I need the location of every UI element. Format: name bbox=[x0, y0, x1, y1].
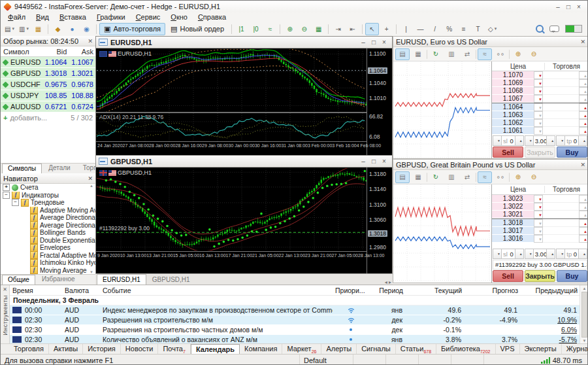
sl-down-button[interactable]: ▼ bbox=[493, 135, 502, 146]
calendar-row[interactable]: 00:00 AUD Индекс менеджеров по закупкам … bbox=[10, 305, 580, 315]
trade-cell[interactable] bbox=[543, 103, 579, 111]
col-bid[interactable]: Bid bbox=[42, 48, 69, 56]
text-tool-button[interactable]: T bbox=[471, 23, 485, 35]
col-priority[interactable]: Приори... bbox=[333, 287, 369, 294]
buy-button[interactable]: Buy bbox=[557, 147, 587, 158]
sl-field[interactable]: sl0 bbox=[502, 135, 515, 146]
tp-field[interactable]: tp0 bbox=[565, 135, 578, 146]
price-axis[interactable]: 1.11001.10401.101066.826.08 1.1064 bbox=[367, 48, 392, 156]
close-button[interactable]: × bbox=[379, 39, 389, 46]
sell-button[interactable]: Sell bbox=[493, 147, 523, 158]
transfer-button[interactable]: ⇄ bbox=[460, 171, 474, 183]
col-previous[interactable]: Предыдущий bbox=[521, 287, 580, 294]
bars-view-button[interactable]: |1 bbox=[235, 23, 248, 35]
navigator-item[interactable]: Fractal Adaptive Mo bbox=[1, 252, 95, 260]
separator[interactable] bbox=[476, 173, 476, 182]
buy-at-price-button[interactable]: ▲ bbox=[579, 219, 588, 227]
chart-tab[interactable]: EURUSD,H1 bbox=[97, 274, 146, 285]
sell-at-price-button[interactable]: ▼ bbox=[534, 111, 543, 119]
sell-at-price-button[interactable]: ▼ bbox=[534, 119, 543, 127]
toolbox-tab[interactable]: Новости bbox=[121, 344, 159, 354]
maximize-button[interactable]: □ bbox=[563, 3, 574, 10]
autotrade-button[interactable]: ▣Авто-торговля bbox=[99, 23, 165, 35]
market-watch-row[interactable]: USDCHF 0.9675 0.9678 bbox=[1, 79, 95, 90]
eurusd-price-plot[interactable] bbox=[97, 49, 367, 112]
separator[interactable] bbox=[48, 24, 48, 34]
toolbox-tab[interactable]: Календарь bbox=[191, 344, 240, 355]
sell-at-price-button[interactable]: ▼ bbox=[534, 87, 543, 95]
chart-area[interactable]: GBPUSD,H1 #11392292 buy 3.00 1.31801.314… bbox=[96, 167, 392, 273]
toolbox-tab[interactable]: Журнал bbox=[562, 344, 588, 354]
tree-expander-icon[interactable] bbox=[3, 192, 10, 199]
connection-status[interactable]: 48.70 ms bbox=[541, 356, 588, 364]
buy-at-price-button[interactable]: ▲ bbox=[579, 235, 588, 243]
tick-chart-mode-button[interactable]: ▤ bbox=[395, 48, 410, 60]
chart-area[interactable]: EURUSD,H1 ADX(14) 20.21 11.38 9.76 1.110… bbox=[96, 48, 392, 156]
tp-down-button[interactable]: ▼ bbox=[556, 135, 565, 146]
close-button[interactable]: × bbox=[574, 3, 584, 10]
navigator-item[interactable]: Moving Average bbox=[1, 267, 95, 275]
navigator-tab[interactable]: Избранное bbox=[36, 274, 81, 285]
menu-item[interactable]: Графики bbox=[91, 13, 131, 21]
trendline-button[interactable]: / bbox=[428, 23, 442, 35]
buy-at-price-button[interactable]: ▲ bbox=[579, 119, 588, 127]
minimize-button[interactable]: – bbox=[358, 158, 368, 165]
trade-cell[interactable] bbox=[543, 227, 579, 235]
tick-chart-mode-button[interactable]: ▤ bbox=[395, 171, 410, 183]
time-axis[interactable]: 24 Jan 202027 Jan 08:0028 Jan 00:0028 Ja… bbox=[96, 141, 367, 156]
crosshair-button[interactable]: + bbox=[380, 23, 393, 35]
sl-field[interactable]: sl0 bbox=[502, 249, 515, 259]
market-watch-row[interactable]: AUDUSD 0.6721 0.6724 bbox=[1, 101, 95, 113]
sell-at-price-button[interactable]: ▼ bbox=[534, 211, 543, 218]
ticks-toggle-button[interactable]: ≈ bbox=[478, 171, 492, 183]
open-position-row[interactable]: #11392292 buy 3.00 GBPUSD 1.3018 ▼ bbox=[493, 260, 587, 269]
toolbox-tab[interactable]: Почта7 bbox=[158, 344, 190, 354]
minimize-button[interactable]: – bbox=[358, 39, 368, 46]
tree-expander-icon[interactable] bbox=[12, 199, 19, 206]
separator[interactable] bbox=[476, 50, 476, 59]
trade-cell[interactable] bbox=[543, 195, 579, 203]
trade-cell[interactable] bbox=[543, 95, 579, 103]
fibonacci-button[interactable]: % bbox=[442, 23, 456, 35]
menu-item[interactable]: Вид bbox=[31, 13, 54, 21]
navigator-item[interactable]: Average Directional bbox=[1, 222, 95, 230]
navigator-tab[interactable]: Общие bbox=[2, 275, 35, 285]
navigator-item[interactable]: Трендовые bbox=[1, 199, 95, 207]
buy-at-price-button[interactable]: ▲ bbox=[579, 227, 588, 235]
sl-down-button[interactable]: ▼ bbox=[493, 249, 502, 259]
horizontal-line-button[interactable]: — bbox=[414, 23, 427, 35]
tile-windows-button[interactable]: ▦ bbox=[312, 23, 325, 35]
ticks-toggle-button[interactable]: ≈ bbox=[478, 48, 492, 60]
volumes-toggle-button[interactable]: ∘∘ bbox=[493, 48, 508, 60]
market-depth-mode-button[interactable]: ▦ bbox=[411, 48, 425, 60]
buy-at-price-button[interactable]: ▲ bbox=[579, 103, 588, 111]
refresh-button[interactable]: ↻ bbox=[429, 48, 443, 60]
buy-at-price-button[interactable]: ▲ bbox=[579, 127, 588, 135]
separator[interactable] bbox=[427, 173, 427, 182]
buy-at-price-button[interactable]: ▲ bbox=[579, 203, 588, 211]
sell-button[interactable]: Sell bbox=[493, 270, 523, 282]
volume-down-button[interactable]: ▼ bbox=[525, 249, 534, 259]
candles-view-button[interactable]: |0 bbox=[249, 23, 263, 35]
sell-at-price-button[interactable]: ▼ bbox=[534, 127, 543, 135]
transfer-button[interactable]: ⇄ bbox=[460, 48, 474, 60]
navigator-item[interactable]: Счета bbox=[1, 184, 95, 192]
chart-shift-button[interactable]: ⇤ bbox=[346, 23, 359, 35]
close-icon[interactable]: ✕ bbox=[3, 287, 7, 292]
buy-at-price-button[interactable]: ▲ bbox=[579, 195, 588, 203]
new-chart-button[interactable]: ▤ bbox=[3, 23, 16, 35]
buy-at-price-button[interactable]: ▲ bbox=[579, 87, 588, 95]
menu-item[interactable]: Справка bbox=[193, 13, 231, 21]
columns-button[interactable]: ▥ bbox=[444, 48, 459, 60]
symbols-button[interactable]: ◆ bbox=[51, 23, 65, 35]
refresh-button[interactable]: ↻ bbox=[429, 171, 443, 183]
maximize-button[interactable]: □ bbox=[368, 158, 379, 165]
market-watch-row[interactable]: USDJPY 108.85 108.88 bbox=[1, 90, 95, 101]
broadcast-button[interactable]: ◉ bbox=[80, 23, 93, 35]
volumes-toggle-button[interactable]: ∘∘ bbox=[493, 171, 508, 183]
close-icon[interactable]: ✕ bbox=[88, 38, 93, 44]
vertical-line-button[interactable]: | bbox=[399, 23, 413, 35]
calendar-row[interactable]: 02:30 AUD Разрешения на строительство м/… bbox=[10, 315, 580, 325]
zoom-out-button[interactable]: ⊖ bbox=[527, 171, 541, 183]
sell-at-price-button[interactable]: ▼ bbox=[534, 235, 543, 243]
